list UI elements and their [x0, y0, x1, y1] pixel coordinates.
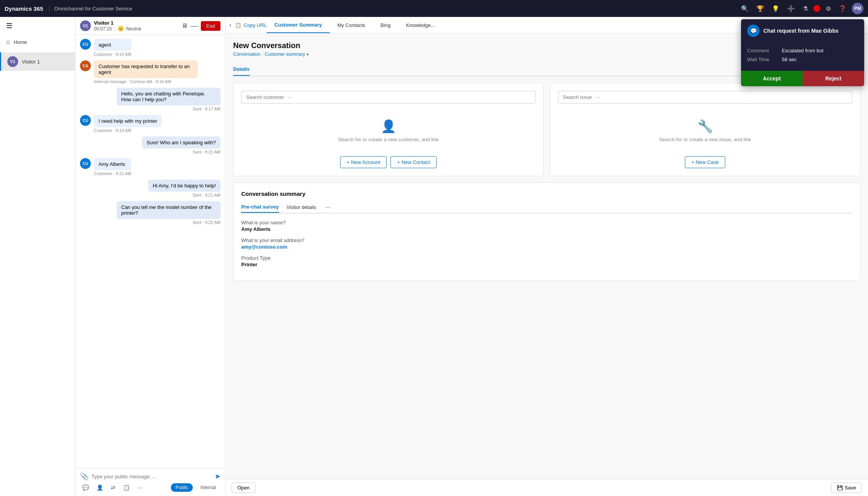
message-avatar: CU — [80, 39, 91, 50]
notification-comment-value: Escalated from bot — [782, 48, 823, 53]
chat-timer: 00:07:15 — [94, 26, 112, 32]
notification-wait-label: Wait Time — [747, 57, 782, 62]
sentiment-label: Neutral — [126, 26, 141, 32]
message-meta: Customer · 9:16 AM — [94, 52, 131, 57]
issue-search-input[interactable] — [558, 91, 852, 104]
breadcrumb-customer-summary[interactable]: Customer summary — [265, 52, 305, 57]
message-row: CU Amy Alberts Customer · 9:21 AM — [80, 158, 220, 176]
customer-empty-text: Search for or create a new customer, and… — [338, 137, 439, 142]
end-chat-button[interactable]: End — [201, 21, 220, 31]
customer-actions: + New Account + New Contact — [241, 156, 536, 168]
notification-wait-row: Wait Time 58 sec — [747, 57, 858, 62]
hamburger-menu-button[interactable]: ☰ — [0, 17, 75, 35]
message-bubble: Hello, you are chatting with Penelope. H… — [117, 88, 220, 105]
two-column-layout: 👤 Search for or create a new customer, a… — [233, 83, 860, 176]
message-avatar: CA — [80, 60, 91, 71]
notification-comment-row: Comment Escalated from bot — [747, 48, 858, 53]
tab-my-contacts[interactable]: My Contacts — [330, 18, 373, 33]
notification-actions: Accept Reject — [741, 71, 864, 86]
save-label: Save — [845, 485, 856, 491]
notification-header: 💬 Chat request from Mae Gibbs — [741, 19, 864, 42]
notification-title: Chat request from Mae Gibbs — [763, 28, 838, 34]
customer-search-input[interactable] — [241, 91, 536, 104]
notification-body: Comment Escalated from bot Wait Time 58 … — [741, 42, 864, 71]
message-row: CU agent Customer · 9:16 AM — [80, 39, 220, 57]
breadcrumb-conversation[interactable]: Conversation — [233, 52, 260, 57]
send-icon[interactable]: ➤ — [215, 472, 220, 481]
field-label-name: What is your name? — [241, 220, 852, 225]
plus-icon[interactable]: ➕ — [787, 5, 795, 12]
bottom-bar: Open 💾 Save — [225, 479, 868, 496]
screen-share-icon[interactable]: 🖥 — [182, 22, 188, 29]
customer-empty-icon: 👤 — [381, 119, 396, 134]
chat-visitor-avatar: V1 — [80, 20, 91, 31]
summary-tab-more-button[interactable]: ··· — [326, 204, 331, 211]
conversation-summary-card: Conversation summary Pre-chat survey Vis… — [233, 182, 860, 281]
new-contact-button[interactable]: + New Contact — [391, 156, 437, 168]
message-row: Hi Amy, I'd be happy to help! Sent · 9:2… — [148, 180, 220, 197]
issue-actions: + New Case — [558, 156, 852, 168]
attachment-icon[interactable]: 📎 — [80, 472, 88, 481]
search-icon[interactable]: 🔍 — [741, 5, 749, 12]
new-case-button[interactable]: + New Case — [685, 156, 725, 168]
breadcrumb-sep: · — [262, 52, 263, 57]
reject-button[interactable]: Reject — [803, 71, 864, 86]
internal-mode-button[interactable]: Internal — [196, 483, 220, 492]
chat-input-area: 📎 ➤ 💬 👤 ⇄ 📋 ··· Public Internal — [75, 468, 225, 496]
field-value-email: amy@contoso.com — [241, 244, 852, 250]
accept-button[interactable]: Accept — [741, 71, 803, 86]
message-bubble: I need help with my printer — [94, 115, 162, 127]
open-button[interactable]: Open — [232, 483, 255, 493]
customer-search-card: 👤 Search for or create a new customer, a… — [233, 83, 544, 176]
quick-reply-icon-button[interactable]: 💬 — [80, 483, 91, 492]
more-options-button[interactable]: ··· — [135, 483, 144, 492]
new-account-button[interactable]: + New Account — [340, 156, 387, 168]
lightbulb-icon[interactable]: 💡 — [772, 5, 780, 12]
back-button[interactable]: ‹ — [225, 17, 235, 33]
home-icon: ⌂ — [6, 38, 10, 45]
message-row: Can you tell me the model number of the … — [117, 201, 220, 225]
chat-visitor-name: Visitor 1 — [94, 20, 141, 26]
notes-icon-button[interactable]: 📋 — [121, 483, 132, 492]
tab-knowledge[interactable]: Knowledge... — [398, 18, 442, 33]
sidebar-item-home[interactable]: ⌂ Home — [0, 35, 75, 49]
copy-url-button[interactable]: 📋 Copy URL — [235, 20, 267, 30]
filter-icon[interactable]: ⚗ — [803, 5, 808, 12]
sidebar-visitor-label: Visitor 1 — [22, 59, 40, 65]
transfer-icon-button[interactable]: ⇄ — [108, 483, 118, 492]
summary-tab-prechat[interactable]: Pre-chat survey — [241, 202, 279, 213]
copy-url-label: Copy URL — [244, 22, 267, 28]
details-tab-details[interactable]: Details — [233, 63, 250, 76]
presence-indicator[interactable] — [813, 5, 820, 12]
add-participant-icon-button[interactable]: 👤 — [94, 483, 105, 492]
issue-empty-state: 🔧 Search for or create a new issue, and … — [558, 111, 852, 150]
tab-customer-summary[interactable]: Customer Summary — [267, 17, 330, 33]
user-avatar[interactable]: PM — [852, 3, 863, 14]
field-row-product: Product Type Printer — [241, 255, 852, 267]
message-row: CU I need help with my printer Customer … — [80, 115, 220, 133]
tab-bing[interactable]: Bing — [373, 18, 398, 33]
help-icon[interactable]: ❓ — [839, 5, 846, 12]
chat-panel: V1 Visitor 1 00:07:15 | 😐 Neutral 🖥 — En… — [75, 17, 225, 496]
message-meta: Customer · 9:21 AM — [94, 171, 131, 176]
message-bubble: Sure! Who am I speaking with? — [142, 137, 220, 149]
right-panel: ‹ 📋 Copy URL Customer Summary My Contact… — [225, 17, 868, 496]
chat-input-field[interactable] — [92, 474, 212, 479]
notification-comment-label: Comment — [747, 48, 782, 53]
notification-avatar: 💬 — [747, 25, 760, 37]
copy-icon: 📋 — [235, 22, 241, 28]
message-meta: Customer · 9:18 AM — [94, 128, 162, 133]
breadcrumb-dropdown-icon[interactable]: ▾ — [307, 52, 309, 57]
trophy-icon[interactable]: 🏆 — [756, 5, 764, 12]
minimize-button[interactable]: — — [191, 22, 198, 30]
field-value-name: Amy Alberts — [241, 226, 852, 232]
chat-header: V1 Visitor 1 00:07:15 | 😐 Neutral 🖥 — En… — [75, 17, 225, 35]
sidebar-item-visitor1[interactable]: V1 Visitor 1 — [0, 52, 75, 71]
customer-empty-state: 👤 Search for or create a new customer, a… — [241, 111, 536, 150]
save-icon: 💾 — [837, 485, 843, 491]
summary-tab-visitor[interactable]: Visitor details — [287, 202, 316, 212]
settings-icon[interactable]: ⚙ — [826, 5, 831, 12]
public-mode-button[interactable]: Public — [171, 483, 193, 492]
field-label-email: What is your email address? — [241, 237, 852, 243]
save-button[interactable]: 💾 Save — [831, 483, 862, 493]
